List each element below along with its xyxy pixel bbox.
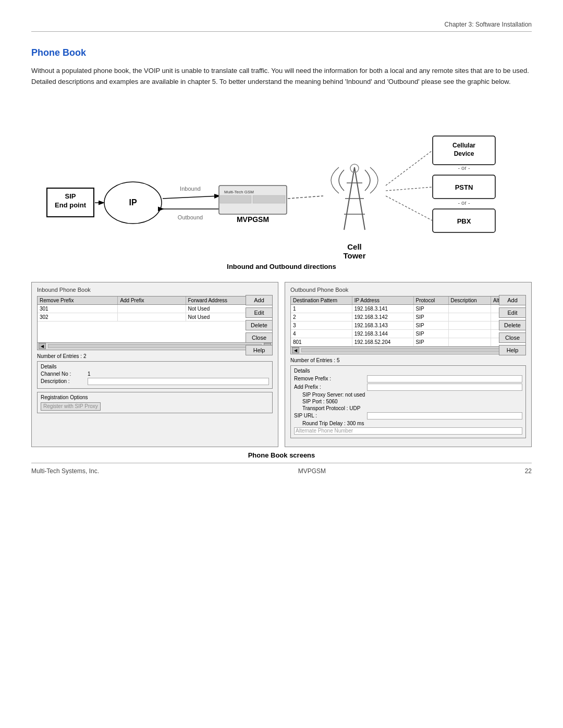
register-sip-proxy-btn[interactable]: Register with SIP Proxy bbox=[41, 402, 101, 411]
description-value[interactable] bbox=[88, 378, 269, 385]
svg-rect-12 bbox=[220, 195, 251, 203]
svg-text:PBX: PBX bbox=[457, 217, 471, 225]
svg-text:Outbound: Outbound bbox=[178, 214, 203, 220]
outbound-details-label: Details bbox=[294, 368, 522, 374]
outbound-entries-count: Number of Entries : 5 bbox=[290, 357, 526, 363]
ob-alternate-value[interactable]: Alternate Phone Number bbox=[294, 427, 522, 435]
svg-line-33 bbox=[386, 151, 432, 186]
outbound-delete-btn[interactable]: Delete bbox=[499, 320, 526, 330]
outbound-row-2: 2 192.168.3.142 SIP bbox=[291, 313, 525, 322]
ob-sip-port-text: SIP Port : 5060 bbox=[302, 399, 338, 404]
ob-row4-dest: 4 bbox=[291, 330, 352, 338]
footer-page-number: 22 bbox=[525, 467, 532, 475]
outbound-close-btn[interactable]: Close bbox=[499, 332, 526, 343]
ob-row3-dest: 3 bbox=[291, 322, 352, 329]
ob-add-prefix-value[interactable] bbox=[367, 384, 522, 391]
col-add-prefix: Add Prefix bbox=[118, 297, 186, 304]
svg-text:Device: Device bbox=[454, 150, 474, 157]
outbound-table: Destination Pattern IP Address Protocol … bbox=[290, 296, 526, 354]
outbound-help-btn[interactable]: Help bbox=[499, 345, 526, 355]
col-remove-prefix: Remove Prefix bbox=[38, 297, 118, 304]
svg-rect-13 bbox=[253, 195, 285, 203]
outbound-row-4: 4 192.168.3.144 SIP bbox=[291, 330, 525, 338]
svg-text:Tower: Tower bbox=[343, 251, 365, 258]
inbound-edit-btn[interactable]: Edit bbox=[246, 307, 273, 318]
inbound-add-btn[interactable]: Add bbox=[246, 295, 273, 305]
inbound-row2-remove: 302 bbox=[38, 313, 118, 321]
inbound-help-btn[interactable]: Help bbox=[246, 345, 273, 355]
inbound-row1-add bbox=[118, 305, 186, 313]
outbound-details-section: Details Remove Prefix : Add Prefix : SIP… bbox=[290, 365, 526, 438]
phonebook-screens-container: Inbound Phone Book Remove Prefix Add Pre… bbox=[31, 282, 532, 447]
ob-row4-desc bbox=[449, 330, 492, 338]
svg-text:MVPGSM: MVPGSM bbox=[237, 215, 269, 224]
intro-paragraph: Without a populated phone book, the VOIP… bbox=[31, 66, 532, 88]
inbound-row-1: 301 Not Used bbox=[38, 305, 272, 313]
outbound-phonebook-panel: Outbound Phone Book Destination Pattern … bbox=[285, 282, 532, 447]
inbound-scrollbar[interactable]: ◀ ▶ bbox=[38, 342, 272, 350]
ob-remove-prefix-value[interactable] bbox=[367, 375, 522, 382]
ob-sip-proxy-text: SIP Proxy Server: not used bbox=[302, 392, 365, 398]
ob-scroll-track[interactable] bbox=[301, 348, 515, 352]
inbound-row-2: 302 Not Used bbox=[38, 313, 272, 322]
ob-remove-prefix-row: Remove Prefix : bbox=[294, 375, 522, 382]
inbound-delete-btn[interactable]: Delete bbox=[246, 320, 273, 330]
section-title: Phone Book bbox=[31, 47, 532, 58]
svg-text:Cell: Cell bbox=[347, 242, 362, 251]
svg-line-34 bbox=[386, 187, 432, 191]
ob-row2-ip: 192.168.3.142 bbox=[352, 313, 414, 321]
ob-row1-proto: SIP bbox=[414, 305, 449, 313]
outbound-table-header: Destination Pattern IP Address Protocol … bbox=[291, 297, 525, 305]
outbound-add-btn[interactable]: Add bbox=[499, 295, 526, 305]
ob-row1-desc bbox=[449, 305, 492, 313]
outbound-panel-title: Outbound Phone Book bbox=[290, 287, 526, 293]
description-label: Description : bbox=[41, 378, 88, 384]
ob-transport-row: Transport Protocol : UDP bbox=[294, 405, 522, 411]
ob-remove-prefix-label: Remove Prefix : bbox=[294, 376, 367, 381]
svg-text:PSTN: PSTN bbox=[455, 183, 473, 191]
screens-caption: Phone Book screens bbox=[31, 451, 532, 459]
outbound-row-1: 1 192.168.3.141 SIP bbox=[291, 305, 525, 313]
inbound-details-section: Details Channel No : 1 Description : bbox=[37, 361, 273, 389]
scroll-left-btn[interactable]: ◀ bbox=[39, 343, 46, 349]
ob-sip-url-row: SIP URL : bbox=[294, 412, 522, 419]
ob-sip-port-row: SIP Port : 5060 bbox=[294, 399, 522, 404]
svg-text:- or -: - or - bbox=[458, 200, 470, 206]
channel-no-label: Channel No : bbox=[41, 371, 88, 377]
footer-company: Multi-Tech Systems, Inc. bbox=[31, 467, 99, 475]
ob-row5-ip: 192.168.52.204 bbox=[352, 338, 414, 346]
page-header: Chapter 3: Software Installation bbox=[31, 21, 532, 32]
svg-text:End point: End point bbox=[55, 201, 87, 209]
outbound-row-3: 3 192.168.3.143 SIP bbox=[291, 322, 525, 330]
svg-text:Multi-Tech GSM: Multi-Tech GSM bbox=[224, 190, 254, 194]
chapter-title: Chapter 3: Software Installation bbox=[445, 21, 532, 28]
ob-add-prefix-row: Add Prefix : bbox=[294, 384, 522, 391]
channel-no-value: 1 bbox=[88, 371, 91, 377]
ob-row1-dest: 1 bbox=[291, 305, 352, 313]
ob-sip-url-label: SIP URL : bbox=[294, 413, 367, 418]
col-dest-pattern: Destination Pattern bbox=[291, 297, 352, 304]
ob-transport-text: Transport Protocol : UDP bbox=[302, 405, 360, 411]
ob-row2-proto: SIP bbox=[414, 313, 449, 321]
ob-row3-desc bbox=[449, 322, 492, 329]
ob-row5-desc bbox=[449, 338, 492, 346]
ob-sip-url-value[interactable] bbox=[367, 412, 522, 419]
inbound-panel-title: Inbound Phone Book bbox=[37, 287, 273, 293]
scroll-track[interactable] bbox=[48, 344, 262, 348]
ob-roundtrip-text: Round Trip Delay : 300 ms bbox=[302, 421, 364, 426]
outbound-scrollbar[interactable]: ◀ ▶ bbox=[291, 347, 525, 354]
outbound-edit-btn[interactable]: Edit bbox=[499, 307, 526, 318]
ob-row2-dest: 2 bbox=[291, 313, 352, 321]
ob-row5-proto: SIP bbox=[414, 338, 449, 346]
reg-options-label: Registration Options bbox=[41, 394, 269, 400]
footer-product: MVPGSM bbox=[298, 467, 326, 475]
ob-scroll-left-btn[interactable]: ◀ bbox=[292, 347, 299, 353]
svg-text:Inbound: Inbound bbox=[180, 186, 201, 192]
inbound-close-btn[interactable]: Close bbox=[246, 332, 273, 343]
svg-line-6 bbox=[163, 196, 219, 199]
col-description: Description bbox=[449, 297, 492, 304]
inbound-phonebook-panel: Inbound Phone Book Remove Prefix Add Pre… bbox=[31, 282, 278, 447]
svg-text:Cellular: Cellular bbox=[452, 142, 475, 149]
svg-text:- or -: - or - bbox=[458, 165, 470, 171]
inbound-row1-remove: 301 bbox=[38, 305, 118, 313]
